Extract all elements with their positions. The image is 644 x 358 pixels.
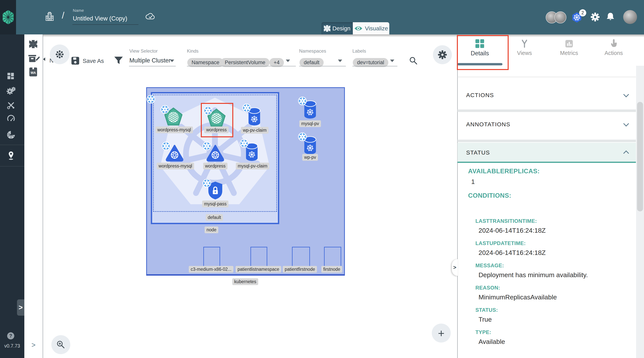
collapse-arrow-icon[interactable] <box>43 57 45 61</box>
status-value: Deployment has minimum availability. <box>478 271 588 279</box>
canvas-settings-button[interactable] <box>433 45 452 64</box>
section-gap <box>458 109 636 112</box>
actions-hand-icon <box>609 39 618 48</box>
notifications-bell-icon[interactable] <box>606 12 615 21</box>
collaborator-avatar[interactable] <box>554 12 566 23</box>
meshery-badge-icon <box>240 139 249 148</box>
namespace-label: default <box>206 214 223 221</box>
node-label: wp-pv <box>302 154 318 161</box>
meshery-badge-icon <box>242 103 251 113</box>
chevron-down-icon[interactable] <box>623 121 629 127</box>
kinds-caret-icon[interactable] <box>286 60 290 62</box>
tab-design-label: Design <box>332 25 350 32</box>
kinds-label: Kinds <box>187 48 198 54</box>
sidebar-item-configuration[interactable] <box>7 101 15 109</box>
kind-chip[interactable]: PersistentVolume <box>220 58 270 67</box>
tab-visualize[interactable]: Visualize <box>353 22 389 35</box>
mesh-network-icon <box>55 50 64 59</box>
status-value: Available <box>478 338 505 345</box>
name-underline <box>72 24 138 25</box>
machine-node[interactable] <box>250 247 267 267</box>
wasm-notch <box>32 68 34 69</box>
tab-actions[interactable]: Actions <box>604 50 623 56</box>
status-value: MinimumReplicasAvailable <box>478 293 557 301</box>
meshery-app: / Name Design Visualize 2 <box>0 0 644 358</box>
labels-caret-icon[interactable] <box>390 60 394 62</box>
sidebar-item-mesh[interactable] <box>6 130 16 139</box>
section-actions-header[interactable]: ACTIONS <box>466 92 494 98</box>
gear-icon <box>438 50 447 59</box>
organization-icon[interactable] <box>45 12 54 21</box>
namespace-chip[interactable]: default <box>300 58 324 67</box>
tab-views[interactable]: Views <box>517 50 532 56</box>
add-node-button[interactable]: + <box>432 323 451 342</box>
view-name-input[interactable] <box>73 14 138 23</box>
filter-funnel-icon[interactable] <box>114 56 123 64</box>
tab-metrics[interactable]: Metrics <box>560 50 578 56</box>
machine-label: patientfirstnode <box>283 266 317 273</box>
view-selector-value[interactable]: Multiple Cluster <box>130 57 171 64</box>
zoom-in-icon <box>56 340 66 349</box>
namespaces-underline <box>299 66 346 66</box>
secondary-expand-chevron[interactable]: > <box>32 341 36 349</box>
node-label: mysql-pv <box>299 120 321 127</box>
secondary-toolbar: WA > <box>24 35 43 358</box>
section-gap <box>458 140 636 142</box>
version-label: v0.7.73 <box>4 343 20 349</box>
cloud-saved-icon <box>146 12 156 20</box>
machine-node[interactable] <box>324 247 341 267</box>
status-value: True <box>478 316 492 323</box>
save-as-button[interactable]: Save As <box>83 58 104 64</box>
machine-node[interactable] <box>292 247 310 267</box>
sidebar-item-dashboard[interactable] <box>7 72 15 80</box>
status-key: LASTTRANSITIONTIME: <box>476 218 537 224</box>
wasm-label: WA <box>29 71 37 75</box>
node-label: wordpress-mysql <box>156 163 194 169</box>
label-chip[interactable]: dev=tutorial <box>353 58 388 67</box>
meshery-swirl-tool-icon[interactable] <box>29 40 37 48</box>
panel-collapse-handle[interactable]: > <box>452 259 458 276</box>
kind-chip[interactable]: Namespace <box>187 58 224 67</box>
context-count-badge: 2 <box>579 9 586 17</box>
sidebar-item-lifecycle[interactable] <box>6 86 16 95</box>
search-icon[interactable] <box>409 56 418 65</box>
sidebar-divider <box>0 145 24 145</box>
meshery-badge-icon <box>298 132 307 141</box>
sidebar-item-performance[interactable] <box>7 114 15 122</box>
panel-scrollbar-thumb[interactable] <box>637 102 643 211</box>
namespaces-caret-icon[interactable] <box>338 60 342 62</box>
saved-designs-archive-icon[interactable] <box>28 54 40 64</box>
annotation-highlight-box <box>457 35 509 70</box>
user-avatar[interactable] <box>623 10 637 24</box>
meshery-badge-icon <box>202 178 212 188</box>
status-key: AVAILABLEREPLICAS: <box>468 167 540 175</box>
meshery-badge-icon <box>298 96 307 106</box>
kind-chip-more[interactable]: +4 <box>270 58 284 67</box>
node-label: mysql-pass <box>202 201 228 207</box>
tab-design[interactable]: Design <box>322 22 353 35</box>
meshery-badge-icon <box>202 141 212 151</box>
node-label: mysql-pv-claim <box>236 163 269 169</box>
header-shadow <box>24 35 644 37</box>
sidebar-item-environment-pin[interactable] <box>7 151 15 160</box>
name-field-label: Name <box>73 8 84 13</box>
panel-divider <box>457 35 458 358</box>
cluster-label: kubernetes <box>232 278 258 285</box>
kinds-underline <box>187 66 296 66</box>
status-value: 1 <box>471 178 475 186</box>
machine-label: firstnode <box>321 266 342 273</box>
status-key: MESSAGE: <box>476 263 504 269</box>
chevron-down-icon[interactable] <box>623 92 629 97</box>
view-selector-caret-icon[interactable] <box>170 60 174 62</box>
wasm-filter-icon[interactable]: WA <box>29 68 37 76</box>
logo-box[interactable] <box>0 0 16 35</box>
new-design-button[interactable] <box>50 45 70 64</box>
help-button[interactable]: ? <box>7 332 14 339</box>
settings-gear-icon[interactable] <box>590 12 600 22</box>
status-value: 2024-06-14T16:24:18Z <box>478 227 546 234</box>
sidebar-expand-handle[interactable]: > <box>17 299 24 316</box>
section-annotations-header[interactable]: ANNOTATIONS <box>466 121 510 128</box>
node-label: wp-pv-claim <box>241 127 268 134</box>
zoom-in-button[interactable] <box>51 335 70 354</box>
machine-node[interactable] <box>203 247 220 267</box>
